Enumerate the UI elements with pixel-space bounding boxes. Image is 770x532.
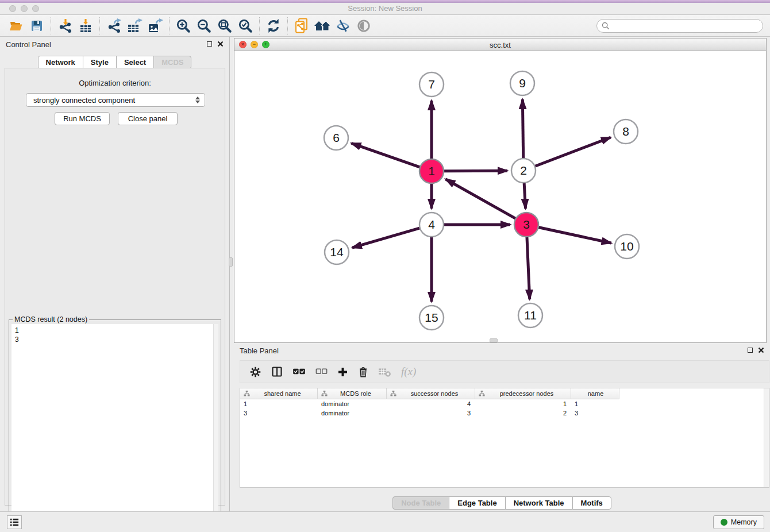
home-button[interactable] bbox=[312, 17, 333, 35]
column-header-predecessor-nodes[interactable]: predecessor nodes bbox=[475, 388, 571, 399]
criterion-select[interactable]: strongly connected component bbox=[26, 93, 205, 107]
graph-edge-3-10[interactable] bbox=[538, 227, 611, 243]
export-image-icon bbox=[147, 18, 163, 33]
tab-select[interactable]: Select bbox=[116, 56, 154, 69]
mcds-result-area[interactable]: 13 bbox=[11, 324, 218, 530]
column-header-shared-name[interactable]: shared name bbox=[240, 388, 318, 399]
save-session-button[interactable] bbox=[26, 17, 47, 35]
tab-mcds[interactable]: MCDS bbox=[153, 56, 191, 69]
main-toolbar bbox=[0, 15, 770, 37]
table-row[interactable]: 1dominator411 bbox=[240, 399, 769, 408]
table-cell: 3 bbox=[571, 408, 619, 418]
graph-node-6[interactable]: 6 bbox=[324, 126, 348, 150]
export-image-button[interactable] bbox=[145, 17, 165, 35]
memory-status-icon bbox=[721, 519, 727, 526]
float-table-panel-icon[interactable] bbox=[748, 348, 753, 353]
show-columns-button[interactable] bbox=[271, 366, 283, 377]
svg-text:4: 4 bbox=[428, 218, 435, 231]
new-network-from-file-icon bbox=[294, 18, 309, 34]
delete-table-button[interactable] bbox=[378, 367, 391, 377]
graph-node-4[interactable]: 4 bbox=[419, 213, 444, 237]
graph-node-2[interactable]: 2 bbox=[511, 159, 536, 183]
table-settings-button[interactable] bbox=[249, 366, 261, 378]
titlebar-accent bbox=[0, 0, 770, 3]
show-panel-button[interactable] bbox=[353, 17, 374, 35]
network-graph[interactable]: 7968124314101511 bbox=[234, 51, 766, 342]
graph-node-1[interactable]: 1 bbox=[419, 159, 444, 183]
horizontal-splitter-handle[interactable] bbox=[490, 338, 498, 342]
close-panel-icon[interactable] bbox=[217, 41, 224, 47]
zoom-in-button[interactable] bbox=[173, 17, 194, 35]
graph-edge-1-2[interactable] bbox=[444, 171, 507, 171]
graph-edge-3-1[interactable] bbox=[445, 179, 515, 219]
memory-label: Memory bbox=[731, 518, 757, 526]
memory-button[interactable]: Memory bbox=[713, 515, 764, 529]
mcds-panel: Optimization criterion: strongly connect… bbox=[5, 68, 225, 506]
export-table-button[interactable] bbox=[124, 17, 145, 35]
search-icon bbox=[602, 22, 610, 30]
graph-node-7[interactable]: 7 bbox=[419, 72, 444, 97]
tab-network[interactable]: Network bbox=[38, 56, 83, 69]
zoom-fit-button[interactable] bbox=[214, 17, 235, 35]
function-builder-button[interactable]: f(x) bbox=[401, 365, 416, 378]
tab-node-table[interactable]: Node Table bbox=[392, 496, 449, 510]
search-input[interactable] bbox=[613, 20, 763, 32]
table-panel-title: Table Panel bbox=[240, 346, 279, 355]
hide-panel-button[interactable] bbox=[333, 17, 353, 35]
svg-text:3: 3 bbox=[523, 218, 530, 231]
zoom-fit-icon bbox=[217, 18, 232, 33]
vertical-splitter-handle[interactable] bbox=[229, 257, 233, 267]
zoom-selected-button[interactable] bbox=[235, 17, 256, 35]
add-column-button[interactable] bbox=[337, 367, 348, 377]
network-view-window: × − + scc.txt 7968124314101511 bbox=[234, 38, 767, 343]
run-mcds-button[interactable]: Run MCDS bbox=[55, 112, 110, 125]
graph-node-3[interactable]: 3 bbox=[514, 213, 538, 237]
graph-node-8[interactable]: 8 bbox=[614, 119, 638, 144]
svg-text:2: 2 bbox=[520, 164, 527, 177]
tab-edge-table[interactable]: Edge Table bbox=[449, 496, 505, 510]
graph-edge-3-11[interactable] bbox=[527, 237, 530, 299]
graph-edge-2-8[interactable] bbox=[535, 137, 611, 167]
graph-node-9[interactable]: 9 bbox=[510, 71, 534, 95]
tab-network-table[interactable]: Network Table bbox=[505, 496, 573, 510]
table-scrollbar[interactable] bbox=[764, 388, 769, 487]
table-cell: dominator bbox=[318, 408, 387, 418]
graph-node-11[interactable]: 11 bbox=[518, 303, 542, 327]
tab-motifs[interactable]: Motifs bbox=[572, 496, 611, 510]
graph-node-10[interactable]: 10 bbox=[615, 234, 639, 259]
open-session-button[interactable] bbox=[6, 17, 26, 35]
table-toolbar: f(x) bbox=[240, 360, 769, 383]
search-box[interactable] bbox=[596, 19, 763, 33]
float-panel-icon[interactable] bbox=[207, 41, 212, 47]
graph-edge-1-6[interactable] bbox=[351, 143, 420, 167]
column-header-mcds-role[interactable]: MCDS role bbox=[318, 388, 387, 399]
result-scrollbar[interactable] bbox=[213, 324, 218, 530]
export-network-button[interactable] bbox=[103, 17, 124, 35]
list-icon bbox=[9, 518, 20, 527]
select-stepper-icon bbox=[195, 97, 200, 103]
graph-edge-2-3[interactable] bbox=[524, 183, 525, 209]
graph-node-14[interactable]: 14 bbox=[325, 240, 349, 264]
new-network-from-file-button[interactable] bbox=[291, 17, 312, 35]
import-network-button[interactable] bbox=[55, 17, 75, 35]
select-all-button[interactable] bbox=[292, 367, 306, 376]
export-table-icon bbox=[126, 18, 143, 33]
close-table-panel-icon[interactable] bbox=[758, 347, 764, 353]
close-panel-button[interactable]: Close panel bbox=[118, 112, 178, 125]
network-window-titlebar[interactable]: × − + scc.txt bbox=[234, 38, 766, 51]
network-canvas[interactable]: 7968124314101511 bbox=[234, 51, 766, 342]
zoom-out-button[interactable] bbox=[194, 17, 214, 35]
tab-style[interactable]: Style bbox=[83, 56, 117, 69]
deselect-all-button[interactable] bbox=[315, 368, 328, 376]
delete-column-button[interactable] bbox=[358, 366, 368, 378]
graph-edge-2-9[interactable] bbox=[522, 99, 523, 159]
mcds-result-title: MCDS result (2 nodes) bbox=[13, 315, 89, 323]
column-header-name[interactable]: name bbox=[571, 388, 619, 399]
refresh-button[interactable] bbox=[263, 17, 284, 35]
import-table-button[interactable] bbox=[75, 17, 96, 35]
graph-node-15[interactable]: 15 bbox=[419, 306, 444, 330]
table-row[interactable]: 3dominator323 bbox=[240, 408, 769, 418]
task-history-button[interactable] bbox=[7, 515, 22, 529]
graph-edge-4-14[interactable] bbox=[352, 228, 420, 248]
column-header-successor-nodes[interactable]: successor nodes bbox=[387, 388, 475, 399]
